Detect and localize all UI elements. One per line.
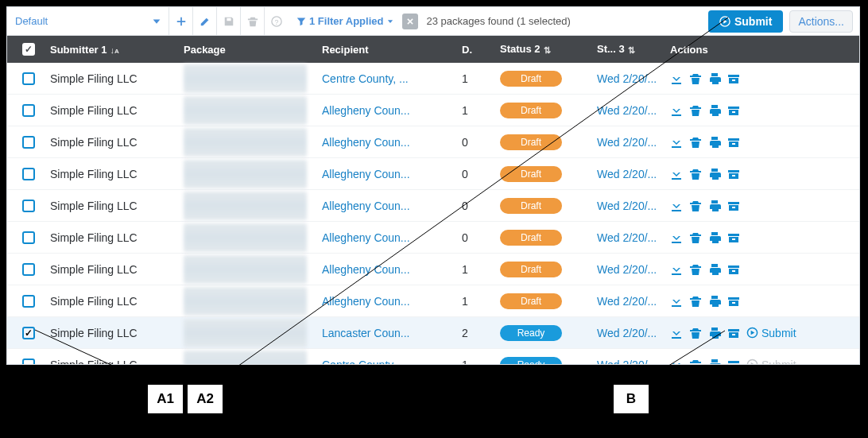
row-checkbox[interactable] (22, 231, 35, 244)
cell-actions (670, 136, 859, 149)
print-icon[interactable] (708, 200, 721, 212)
row-checkbox[interactable] (22, 327, 35, 339)
trash-icon[interactable] (689, 295, 702, 308)
download-icon[interactable] (670, 263, 683, 276)
trash-icon[interactable] (689, 136, 702, 149)
archive-icon[interactable] (727, 263, 740, 276)
cell-recipient[interactable]: Allegheny Coun... (322, 104, 462, 117)
archive-icon[interactable] (727, 327, 740, 339)
cell-date[interactable]: Wed 2/20/... (597, 359, 670, 366)
col-status[interactable]: Status 2⇅ (500, 43, 597, 55)
cell-date[interactable]: Wed 2/20/... (597, 104, 670, 117)
download-icon[interactable] (670, 72, 683, 85)
cell-date[interactable]: Wed 2/20/... (597, 295, 670, 308)
actions-button[interactable]: Actions... (789, 10, 853, 33)
cell-date[interactable]: Wed 2/20/... (597, 231, 670, 244)
archive-icon[interactable] (727, 136, 740, 149)
row-checkbox[interactable] (22, 136, 35, 149)
download-icon[interactable] (670, 231, 683, 244)
cell-status: Ready (500, 325, 597, 341)
download-icon[interactable] (670, 295, 683, 308)
print-icon[interactable] (708, 136, 721, 149)
cell-date[interactable]: Wed 2/20/... (597, 168, 670, 180)
archive-icon[interactable] (727, 72, 740, 85)
cell-date[interactable]: Wed 2/20/... (597, 72, 670, 85)
cell-package (184, 319, 322, 347)
cell-recipient[interactable]: Allegheny Coun... (322, 231, 462, 244)
cell-recipient[interactable]: Centre County, ... (322, 359, 462, 366)
cell-recipient[interactable]: Centre County, ... (322, 72, 462, 85)
filter-dropdown[interactable]: 1 Filter Applied (289, 7, 402, 35)
row-checkbox[interactable] (22, 72, 35, 85)
download-icon[interactable] (670, 327, 683, 339)
col-recipient[interactable]: Recipient (322, 44, 462, 56)
row-submit-button[interactable]: Submit (746, 327, 796, 339)
cell-recipient[interactable]: Allegheny Coun... (322, 136, 462, 149)
download-icon[interactable] (670, 168, 683, 180)
cell-recipient[interactable]: Lancaster Coun... (322, 327, 462, 339)
row-checkbox[interactable] (22, 200, 35, 212)
archive-icon[interactable] (727, 295, 740, 308)
cell-date[interactable]: Wed 2/20/... (597, 263, 670, 276)
print-icon[interactable] (708, 359, 721, 366)
trash-icon[interactable] (689, 327, 702, 339)
download-icon[interactable] (670, 359, 683, 366)
print-icon[interactable] (708, 168, 721, 180)
cell-actions (670, 104, 859, 117)
col-date[interactable]: St... 3⇅ (597, 43, 670, 55)
cell-d: 1 (462, 295, 500, 308)
print-icon[interactable] (708, 231, 721, 244)
cell-date[interactable]: Wed 2/20/... (597, 136, 670, 149)
clear-filter-button[interactable] (402, 14, 418, 29)
cell-date[interactable]: Wed 2/20/... (597, 327, 670, 339)
trash-icon[interactable] (689, 263, 702, 276)
trash-icon[interactable] (689, 231, 702, 244)
cell-submitter: Simple Filing LLC (50, 136, 184, 149)
archive-icon[interactable] (727, 359, 740, 366)
download-icon[interactable] (670, 200, 683, 212)
add-button[interactable] (169, 7, 193, 35)
view-selector[interactable]: Default (7, 7, 169, 35)
cell-recipient[interactable]: Allegheny Coun... (322, 200, 462, 212)
cell-date[interactable]: Wed 2/20/... (597, 200, 670, 212)
archive-icon[interactable] (727, 104, 740, 117)
print-icon[interactable] (708, 72, 721, 85)
status-badge: Ready (500, 325, 562, 341)
col-submitter[interactable]: Submitter 1↓A (50, 44, 184, 56)
trash-icon[interactable] (689, 200, 702, 212)
download-icon[interactable] (670, 104, 683, 117)
cell-d: 0 (462, 168, 500, 180)
trash-icon[interactable] (689, 72, 702, 85)
print-icon[interactable] (708, 295, 721, 308)
col-d[interactable]: D. (462, 44, 500, 56)
row-checkbox[interactable] (22, 263, 35, 276)
col-package[interactable]: Package (184, 44, 322, 56)
print-icon[interactable] (708, 263, 721, 276)
archive-icon[interactable] (727, 200, 740, 212)
cell-recipient[interactable]: Allegheny Coun... (322, 168, 462, 180)
row-checkbox[interactable] (22, 168, 35, 180)
archive-icon[interactable] (727, 168, 740, 180)
trash-icon[interactable] (689, 359, 702, 366)
print-icon[interactable] (708, 104, 721, 117)
archive-icon[interactable] (727, 231, 740, 244)
play-circle-icon (746, 327, 758, 339)
row-checkbox[interactable] (22, 104, 35, 117)
cell-recipient[interactable]: Allegheny Coun... (322, 295, 462, 308)
row-checkbox[interactable] (22, 359, 35, 366)
results-text: 23 packages found (1 selected) (426, 15, 570, 27)
select-all-checkbox[interactable] (22, 43, 35, 56)
trash-icon[interactable] (689, 104, 702, 117)
trash-icon[interactable] (689, 168, 702, 180)
edit-button[interactable] (193, 7, 217, 35)
print-icon[interactable] (708, 327, 721, 339)
table-row: Simple Filing LLC Allegheny Coun... 0 Dr… (7, 190, 859, 222)
submit-button[interactable]: Submit (708, 10, 783, 33)
cell-recipient[interactable]: Allegheny Coun... (322, 263, 462, 276)
cell-package (184, 223, 322, 252)
cell-actions (670, 200, 859, 212)
cell-d: 1 (462, 104, 500, 117)
download-icon[interactable] (670, 136, 683, 149)
row-checkbox[interactable] (22, 295, 35, 308)
help-button[interactable]: ? (265, 7, 289, 35)
